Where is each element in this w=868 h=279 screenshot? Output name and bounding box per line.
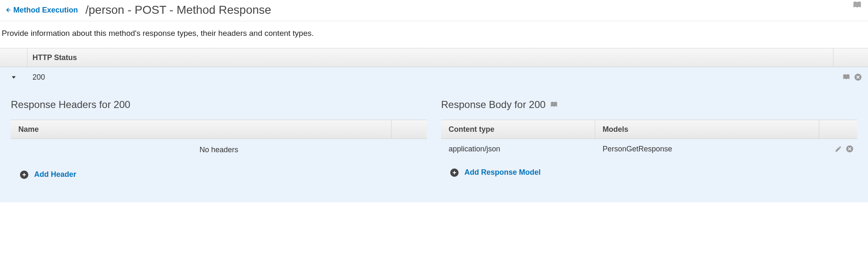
delete-status-icon[interactable] [854, 73, 862, 81]
status-row-200: 200 [0, 67, 868, 87]
model-value: PersonGetResponse [595, 145, 819, 153]
delete-model-icon[interactable] [846, 145, 854, 153]
body-table-body: application/json PersonGetResponse [441, 139, 857, 159]
add-response-model-link[interactable]: Add Response Model [464, 168, 541, 177]
body-row-actions [819, 145, 857, 153]
add-header-link[interactable]: Add Header [34, 170, 76, 179]
book-icon[interactable] [842, 73, 851, 81]
add-response-model-row[interactable]: Add Response Model [441, 159, 857, 177]
response-body-title-text: Response Body for 200 [441, 99, 546, 111]
response-headers-title: Response Headers for 200 [11, 99, 427, 111]
models-column: Models [595, 125, 819, 134]
content-type-column: Content type [441, 120, 595, 138]
content-type-value: application/json [441, 145, 595, 153]
headers-name-column: Name [11, 125, 391, 134]
headers-table-head: Name [11, 120, 427, 139]
book-icon[interactable] [550, 101, 558, 109]
book-icon[interactable] [852, 0, 862, 10]
body-table-head: Content type Models [441, 120, 857, 139]
response-body-title: Response Body for 200 [441, 99, 857, 111]
edit-model-icon[interactable] [835, 145, 842, 153]
arrow-left-icon [5, 7, 11, 13]
status-200-detail-panel: Response Headers for 200 Name No headers… [0, 87, 868, 202]
headers-actions-spacer [391, 120, 427, 138]
status-table-header: HTTP Status [0, 48, 868, 67]
expand-column-spacer [0, 48, 27, 67]
caret-down-icon [11, 74, 17, 80]
page-title: /person - POST - Method Response [85, 3, 271, 17]
headers-empty-message: No headers [11, 139, 427, 161]
add-header-row[interactable]: Add Header [11, 161, 427, 179]
response-headers-title-text: Response Headers for 200 [11, 99, 130, 111]
body-model-row: application/json PersonGetResponse [441, 139, 857, 159]
plus-circle-icon [450, 168, 459, 177]
status-actions-spacer [833, 48, 868, 67]
status-code-value: 200 [27, 73, 842, 82]
headers-table-body: No headers [11, 139, 427, 161]
body-actions-spacer [819, 120, 857, 138]
http-status-column-header: HTTP Status [27, 53, 833, 62]
back-to-method-execution-link[interactable]: Method Execution [5, 6, 78, 15]
status-row-actions [842, 73, 868, 81]
response-body-panel: Response Body for 200 Content type Model… [441, 99, 857, 179]
plus-circle-icon [20, 171, 28, 179]
expand-toggle[interactable] [0, 67, 27, 87]
back-link-label: Method Execution [13, 6, 78, 15]
page-header: Method Execution /person - POST - Method… [0, 0, 868, 21]
page-description: Provide information about this method's … [0, 21, 868, 48]
response-headers-panel: Response Headers for 200 Name No headers… [11, 99, 427, 179]
